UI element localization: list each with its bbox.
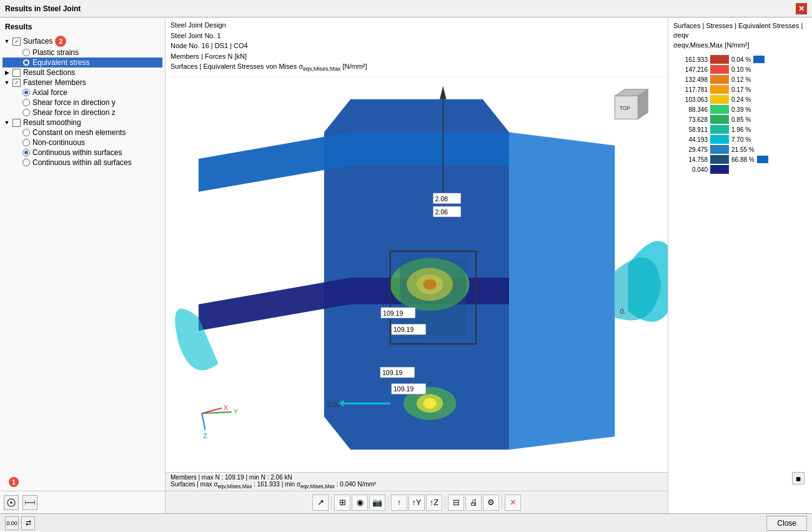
equivalent-stress-item[interactable]: Equivalent stress	[2, 58, 162, 68]
result-sections-item[interactable]: ▶ Result Sections	[2, 68, 162, 78]
equivalent-stress-radio[interactable]	[22, 59, 30, 66]
stress-visualization: 2.08 2.06 109.19 109.19 109.19 109.19 0.…	[166, 77, 668, 472]
continuous-surfaces-radio[interactable]	[22, 149, 30, 156]
status-line-2: Surfaces | max σeqv,Mises,Max : 161.933 …	[171, 481, 663, 489]
view-button[interactable]	[4, 495, 19, 510]
shear-z-radio[interactable]	[22, 109, 30, 116]
center-toolbar: ↗ ⊞ ◉ 📷 ↑ ↑Y ↑Z ⊟ 🖨 ⚙ ✕	[166, 491, 668, 513]
smoothing-checkbox[interactable]	[12, 119, 21, 127]
legend-color-box	[710, 155, 729, 164]
constant-mesh-radio[interactable]	[22, 129, 30, 136]
svg-text:109.19: 109.19	[394, 326, 413, 333]
svg-marker-9	[509, 133, 615, 450]
surfaces-checkbox[interactable]	[12, 38, 21, 46]
non-continuous-label: Non-continuous	[32, 138, 85, 147]
shear-y-radio[interactable]	[22, 99, 30, 106]
sort-y-tool[interactable]: ↑Y	[408, 494, 425, 511]
continuous-surfaces-item[interactable]: Continuous within surfaces	[2, 148, 162, 158]
legend-value: 103.063	[673, 96, 708, 103]
arrow-up-tool[interactable]: ↑	[391, 494, 407, 511]
status-line-1: Members | max N : 109.19 | min N : 2.06 …	[171, 474, 663, 481]
legend-row: 44.1937.70 %	[673, 135, 807, 144]
result-sections-checkbox[interactable]	[12, 69, 21, 77]
svg-text:0.00: 0.00	[327, 401, 340, 408]
results-header: Results	[2, 21, 162, 33]
legend-pct: 0.10 %	[731, 66, 751, 73]
legend-pct: 0.12 %	[731, 76, 751, 83]
left-panel: Results ▼ Surfaces 2 Plastic strains Equ…	[0, 18, 166, 513]
app-bottom-left: 0.00 ⇄	[5, 516, 35, 530]
legend-value: 132.498	[673, 76, 708, 83]
legend-row: 29.47521.55 %	[673, 145, 807, 154]
svg-text:TOP: TOP	[620, 105, 631, 111]
title-bar: Results in Steel Joint ✕	[0, 0, 812, 18]
table-tool[interactable]: ⊞	[334, 494, 350, 511]
camera-tool[interactable]: 📷	[369, 494, 385, 511]
legend-pct: 21.55 %	[731, 146, 755, 153]
non-continuous-radio[interactable]	[22, 139, 30, 146]
legend-color-box	[710, 165, 729, 174]
info-line-5: Surfaces | Equivalent Stresses von Mises…	[171, 61, 663, 74]
close-window-button[interactable]: ✕	[796, 3, 807, 14]
constant-mesh-item[interactable]: Constant on mesh elements	[2, 128, 162, 138]
arrow-tool[interactable]: ↗	[312, 494, 329, 511]
shear-y-item[interactable]: Shear force in direction y	[2, 98, 162, 108]
legend-value: 14.758	[673, 156, 708, 163]
legend-value: 88.346	[673, 106, 708, 113]
non-continuous-item[interactable]: Non-continuous	[2, 138, 162, 148]
legend-row: 161.9330.04 %	[673, 55, 807, 64]
settings-tool[interactable]: ⚙	[483, 494, 499, 511]
view-tool[interactable]: ◉	[352, 494, 368, 511]
legend-color-box	[710, 75, 729, 84]
legend-pct: 7.70 %	[731, 136, 751, 143]
fastener-members-group[interactable]: ▼ Fastener Members	[2, 78, 162, 88]
legend-value: 73.628	[673, 116, 708, 123]
axial-force-label: Axial force	[32, 88, 67, 97]
legend-pct: 66.88 %	[731, 156, 755, 163]
result-smoothing-group[interactable]: ▼ Result smoothing	[2, 118, 162, 128]
legend-color-box	[710, 95, 729, 104]
legend-color-box	[710, 145, 729, 154]
surfaces-group[interactable]: ▼ Surfaces 2	[2, 35, 162, 48]
shear-z-label: Shear force in direction z	[32, 108, 116, 117]
sort-z-tool[interactable]: ↑Z	[426, 494, 442, 511]
legend-pct: 0.04 %	[731, 56, 751, 63]
app-btn-2[interactable]: ⇄	[21, 516, 35, 530]
svg-text:X: X	[224, 404, 228, 411]
legend-pct: 0.17 %	[731, 86, 751, 93]
expand-icon: ▼	[2, 37, 11, 46]
legend-row: 58.9111.96 %	[673, 125, 807, 134]
sep3	[445, 496, 445, 509]
axial-force-item[interactable]: Axial force	[2, 88, 162, 98]
window-title: Results in Steel Joint	[5, 4, 81, 13]
continuous-all-surfaces-item[interactable]: Continuous within all surfaces	[2, 158, 162, 168]
continuous-all-label: Continuous within all surfaces	[32, 158, 132, 167]
continuous-all-radio[interactable]	[22, 159, 30, 166]
svg-text:0.: 0.	[620, 308, 626, 315]
close-tool[interactable]: ✕	[505, 494, 521, 511]
svg-text:109.19: 109.19	[383, 309, 403, 317]
legend-expand-button[interactable]: ◼	[792, 472, 805, 484]
continuous-surfaces-label: Continuous within surfaces	[32, 148, 122, 157]
print-tool[interactable]: 🖨	[465, 494, 482, 511]
main-container: Results ▼ Surfaces 2 Plastic strains Equ…	[0, 18, 812, 513]
shear-y-label: Shear force in direction y	[32, 98, 116, 107]
legend-color-box	[710, 55, 729, 64]
legend-color-box	[710, 125, 729, 134]
fastener-checkbox[interactable]	[12, 79, 21, 87]
measure-button[interactable]	[22, 495, 37, 510]
legend-value: 58.911	[673, 126, 708, 133]
sep1	[331, 496, 332, 509]
axial-force-radio[interactable]	[22, 89, 30, 96]
grid-tool[interactable]: ⊟	[448, 494, 464, 511]
shear-z-item[interactable]: Shear force in direction z	[2, 108, 162, 118]
plastic-strains-item[interactable]: Plastic strains	[2, 48, 162, 58]
plastic-strains-radio[interactable]	[22, 49, 30, 56]
legend-row: 117.7810.17 %	[673, 85, 807, 94]
center-3d-view[interactable]: 2.08 2.06 109.19 109.19 109.19 109.19 0.…	[166, 77, 668, 472]
constant-mesh-label: Constant on mesh elements	[32, 128, 126, 137]
close-button[interactable]: Close	[766, 516, 807, 531]
app-btn-1[interactable]: 0.00	[5, 516, 19, 530]
result-sections-expand: ▶	[2, 68, 11, 77]
legend-container: 161.9330.04 %147.2160.10 %132.4980.12 %1…	[673, 55, 807, 175]
